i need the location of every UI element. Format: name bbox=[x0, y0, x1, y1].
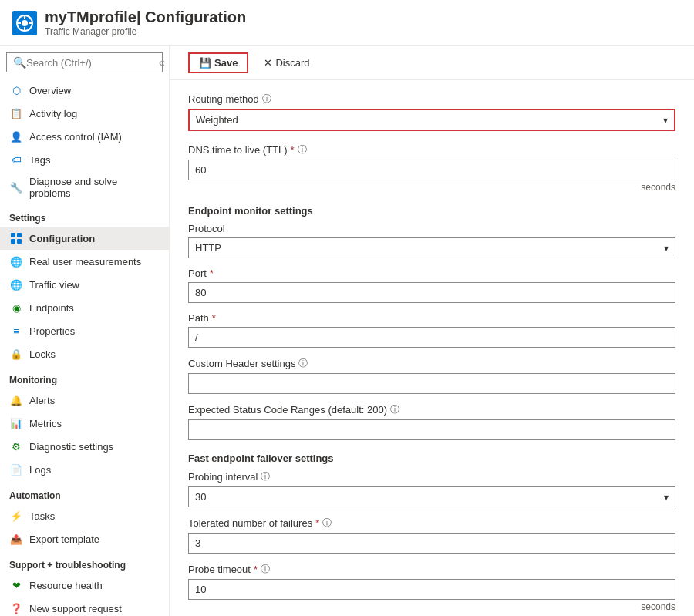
path-required: * bbox=[212, 312, 216, 324]
sidebar-item-real-user-measurements[interactable]: 🌐 Real user measurements bbox=[0, 250, 169, 273]
probe-timeout-label: Probe timeout * ⓘ bbox=[188, 563, 675, 576]
properties-icon: ≡ bbox=[9, 324, 23, 338]
fast-failover-section: Fast endpoint failover settings Probing … bbox=[188, 453, 675, 612]
discard-button[interactable]: ✕ Discard bbox=[254, 54, 318, 72]
traffic-view-icon: 🌐 bbox=[9, 278, 23, 291]
main-layout: 🔍 « ⬡ Overview 📋 Activity log 👤 Access c… bbox=[0, 46, 694, 616]
probe-timeout-info-icon[interactable]: ⓘ bbox=[261, 563, 270, 576]
path-label: Path * bbox=[188, 312, 675, 324]
sidebar-item-label: Metrics bbox=[29, 418, 62, 429]
svg-point-2 bbox=[22, 20, 28, 26]
support-request-icon: ❓ bbox=[9, 601, 23, 615]
overview-icon: ⬡ bbox=[9, 83, 23, 97]
probe-timeout-section: Probe timeout * ⓘ seconds bbox=[188, 563, 675, 612]
port-required: * bbox=[210, 268, 214, 279]
sidebar-item-label: Alerts bbox=[29, 395, 55, 406]
metrics-icon: 📊 bbox=[9, 416, 23, 430]
save-button[interactable]: 💾 Save bbox=[188, 52, 248, 73]
sidebar-item-label: Locks bbox=[29, 348, 56, 360]
section-title-automation: Automation bbox=[0, 481, 169, 504]
expected-status-label: Expected Status Code Ranges (default: 20… bbox=[188, 403, 675, 416]
section-title-monitoring: Monitoring bbox=[0, 365, 169, 389]
dns-ttl-info-icon[interactable]: ⓘ bbox=[298, 143, 307, 157]
custom-header-input[interactable] bbox=[188, 373, 675, 394]
expected-status-input[interactable] bbox=[188, 419, 675, 440]
routing-method-select[interactable]: Weighted Performance Priority Geographic… bbox=[190, 110, 674, 130]
path-section: Path * bbox=[188, 312, 675, 348]
sidebar-item-properties[interactable]: ≡ Properties bbox=[0, 319, 169, 342]
sidebar: 🔍 « ⬡ Overview 📋 Activity log 👤 Access c… bbox=[0, 46, 170, 616]
sidebar-item-metrics[interactable]: 📊 Metrics bbox=[0, 412, 169, 435]
sidebar-item-label: Logs bbox=[29, 464, 51, 476]
sidebar-item-label: Traffic view bbox=[29, 279, 79, 291]
diagnostic-settings-icon: ⚙ bbox=[9, 439, 23, 453]
probe-timeout-input[interactable] bbox=[188, 579, 675, 600]
routing-method-info-icon[interactable]: ⓘ bbox=[262, 93, 271, 106]
tolerated-failures-section: Tolerated number of failures * ⓘ bbox=[188, 517, 675, 554]
toolbar: 💾 Save ✕ Discard bbox=[170, 46, 694, 80]
search-box[interactable]: 🔍 « bbox=[6, 52, 163, 72]
port-label: Port * bbox=[188, 268, 675, 279]
sidebar-item-export-template[interactable]: 📤 Export template bbox=[0, 527, 169, 550]
dns-ttl-input[interactable] bbox=[188, 160, 675, 180]
section-title-support: Support + troubleshooting bbox=[0, 550, 169, 574]
port-input[interactable] bbox=[188, 282, 675, 303]
protocol-select[interactable]: HTTP HTTPS TCP bbox=[189, 238, 675, 258]
sidebar-item-label: Diagnostic settings bbox=[29, 441, 113, 453]
sidebar-item-resource-health[interactable]: ❤ Resource health bbox=[0, 574, 169, 597]
sidebar-item-access-control[interactable]: 👤 Access control (IAM) bbox=[0, 125, 169, 148]
sidebar-item-alerts[interactable]: 🔔 Alerts bbox=[0, 389, 169, 412]
expected-status-info-icon[interactable]: ⓘ bbox=[390, 403, 399, 416]
content-area: 💾 Save ✕ Discard Routing method ⓘ Weight… bbox=[170, 46, 694, 616]
save-label: Save bbox=[214, 57, 238, 69]
tags-icon: 🏷 bbox=[9, 153, 23, 167]
diagnose-icon: 🔧 bbox=[9, 180, 23, 194]
routing-method-section: Routing method ⓘ Weighted Performance Pr… bbox=[188, 93, 675, 131]
custom-header-info-icon[interactable]: ⓘ bbox=[298, 357, 308, 370]
locks-icon: 🔒 bbox=[9, 347, 23, 361]
sidebar-item-tags[interactable]: 🏷 Tags bbox=[0, 148, 169, 171]
resource-type: Traffic Manager profile bbox=[45, 26, 246, 37]
probing-interval-select[interactable]: 10 30 bbox=[189, 487, 675, 507]
endpoints-icon: ◉ bbox=[9, 301, 23, 315]
protocol-section: Protocol HTTP HTTPS TCP ▾ bbox=[188, 223, 675, 258]
sidebar-item-new-support-request[interactable]: ❓ New support request bbox=[0, 597, 169, 616]
tolerated-failures-input[interactable] bbox=[188, 533, 675, 554]
sidebar-item-traffic-view[interactable]: 🌐 Traffic view bbox=[0, 273, 169, 296]
sidebar-item-diagnose[interactable]: 🔧 Diagnose and solve problems bbox=[0, 171, 169, 204]
title-separator: | bbox=[136, 8, 145, 25]
sidebar-item-tasks[interactable]: ⚡ Tasks bbox=[0, 504, 169, 527]
sidebar-item-logs[interactable]: 📄 Logs bbox=[0, 458, 169, 481]
path-input[interactable] bbox=[188, 327, 675, 348]
sidebar-item-label: Access control (IAM) bbox=[29, 131, 122, 143]
sidebar-item-configuration[interactable]: Configuration bbox=[0, 227, 169, 250]
tolerated-failures-info-icon[interactable]: ⓘ bbox=[322, 517, 332, 530]
sidebar-item-activity-log[interactable]: 📋 Activity log bbox=[0, 102, 169, 125]
configuration-icon bbox=[9, 231, 23, 245]
tasks-icon: ⚡ bbox=[9, 509, 23, 523]
save-icon: 💾 bbox=[199, 57, 211, 69]
config-title: Configuration bbox=[145, 8, 246, 25]
fast-failover-title: Fast endpoint failover settings bbox=[188, 453, 675, 464]
sidebar-item-overview[interactable]: ⬡ Overview bbox=[0, 79, 169, 102]
page-header: myTMprofile| Configuration Traffic Manag… bbox=[0, 0, 694, 46]
resource-icon bbox=[12, 11, 37, 35]
collapse-button[interactable]: « bbox=[159, 56, 165, 69]
custom-header-section: Custom Header settings ⓘ bbox=[188, 357, 675, 394]
sidebar-item-label: Configuration bbox=[29, 233, 95, 244]
tolerated-failures-label: Tolerated number of failures * ⓘ bbox=[188, 517, 675, 530]
probing-interval-label: Probing interval ⓘ bbox=[188, 470, 675, 483]
resource-name: myTMprofile bbox=[45, 8, 136, 25]
dns-ttl-required: * bbox=[291, 144, 295, 156]
activity-log-icon: 📋 bbox=[9, 106, 23, 120]
sidebar-item-diagnostic-settings[interactable]: ⚙ Diagnostic settings bbox=[0, 435, 169, 458]
discard-label: Discard bbox=[275, 57, 309, 69]
svg-rect-9 bbox=[11, 239, 15, 244]
sidebar-item-locks[interactable]: 🔒 Locks bbox=[0, 342, 169, 365]
sidebar-item-endpoints[interactable]: ◉ Endpoints bbox=[0, 296, 169, 319]
probing-interval-info-icon[interactable]: ⓘ bbox=[261, 470, 270, 483]
probe-timeout-required: * bbox=[254, 564, 258, 575]
sidebar-item-label: Properties bbox=[29, 325, 75, 337]
search-input[interactable] bbox=[26, 57, 156, 69]
probing-interval-select-wrapper: 10 30 ▾ bbox=[188, 486, 675, 507]
